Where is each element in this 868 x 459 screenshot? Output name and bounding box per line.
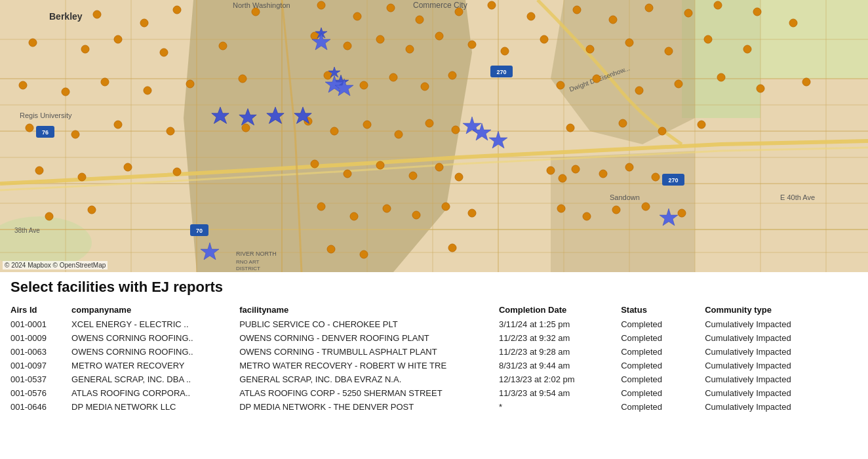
svg-point-90: [360, 81, 368, 89]
svg-point-117: [78, 173, 86, 181]
section-title: Select facilities with EJ reports: [10, 279, 858, 296]
svg-point-66: [81, 45, 89, 53]
svg-point-69: [219, 42, 227, 50]
cell-facility: OWENS CORNING - TRUMBULL ASPHALT PLANT: [239, 345, 499, 359]
cell-community: Cumulatively Impacted: [705, 386, 858, 400]
svg-point-68: [160, 49, 168, 56]
svg-point-130: [625, 163, 633, 171]
svg-point-84: [62, 88, 69, 96]
cell-date: 11/2/23 at 9:28 am: [499, 345, 621, 359]
svg-point-94: [557, 81, 564, 89]
map-attribution: © 2024 Mapbox © OpenStreetMap: [3, 261, 108, 269]
svg-point-103: [114, 121, 122, 129]
svg-point-70: [311, 32, 319, 40]
svg-point-99: [757, 85, 764, 92]
svg-point-138: [442, 203, 450, 210]
svg-point-118: [124, 163, 132, 171]
col-header-facility: facilityname: [239, 302, 499, 317]
svg-text:270: 270: [668, 177, 678, 184]
cell-facility: GENERAL SCRAP, INC. DBA EVRAZ N.A.: [239, 372, 499, 386]
cell-airsid: 001-0097: [10, 359, 71, 372]
svg-point-145: [448, 244, 456, 252]
table-row[interactable]: 001-0646 DP MEDIA NETWORK LLC DP MEDIA N…: [10, 400, 858, 414]
svg-point-147: [360, 250, 368, 258]
col-header-community: Community type: [705, 302, 858, 317]
svg-point-51: [317, 1, 325, 9]
svg-point-85: [101, 78, 109, 86]
cell-status: Completed: [621, 345, 705, 359]
cell-status: Completed: [621, 317, 705, 331]
col-header-status: Status: [621, 302, 705, 317]
svg-point-77: [540, 35, 548, 43]
svg-point-120: [311, 160, 319, 168]
svg-point-78: [586, 45, 594, 53]
svg-point-64: [789, 19, 797, 27]
svg-point-123: [409, 172, 417, 180]
svg-point-55: [455, 8, 463, 16]
svg-point-81: [704, 35, 712, 43]
svg-point-80: [665, 47, 673, 55]
svg-point-50: [252, 8, 260, 16]
svg-point-57: [527, 12, 535, 20]
svg-point-144: [678, 209, 686, 217]
table-row[interactable]: 001-0537 GENERAL SCRAP, INC. DBA .. GENE…: [10, 372, 858, 386]
svg-point-79: [625, 39, 633, 47]
table-row[interactable]: 001-0063 OWENS CORNING ROOFING.. OWENS C…: [10, 345, 858, 359]
table-row[interactable]: 001-0097 METRO WATER RECOVERY METRO WATE…: [10, 359, 858, 372]
table-row[interactable]: 001-0001 XCEL ENERGY - ELECTRIC .. PUBLI…: [10, 317, 858, 331]
svg-point-56: [488, 1, 496, 9]
cell-company: OWENS CORNING ROOFING..: [71, 345, 239, 359]
svg-text:270: 270: [496, 69, 506, 75]
svg-point-141: [583, 212, 591, 220]
svg-point-116: [35, 167, 43, 174]
svg-text:RIVER NORTH: RIVER NORTH: [236, 250, 277, 257]
cell-company: METRO WATER RECOVERY: [71, 359, 239, 372]
svg-point-82: [743, 45, 751, 53]
svg-point-65: [29, 39, 37, 47]
cell-company: DP MEDIA NETWORK LLC: [71, 400, 239, 414]
svg-point-136: [383, 205, 391, 212]
table-row[interactable]: 001-0009 OWENS CORNING ROOFING.. OWENS C…: [10, 331, 858, 345]
svg-point-71: [344, 42, 351, 50]
svg-text:70: 70: [196, 228, 203, 234]
svg-point-143: [642, 203, 650, 210]
cell-company: GENERAL SCRAP, INC. DBA ..: [71, 372, 239, 386]
svg-point-74: [435, 32, 443, 40]
svg-point-97: [675, 80, 682, 88]
cell-facility: DP MEDIA NETWORK - THE DENVER POST: [239, 400, 499, 414]
svg-point-131: [652, 173, 660, 181]
svg-point-92: [421, 83, 429, 90]
svg-point-101: [26, 124, 33, 132]
svg-point-112: [566, 124, 574, 132]
svg-point-86: [144, 87, 151, 94]
cell-status: Completed: [621, 386, 705, 400]
svg-point-61: [684, 9, 692, 17]
svg-point-119: [173, 168, 181, 176]
svg-point-75: [468, 41, 476, 49]
cell-status: Completed: [621, 359, 705, 372]
cell-date: 8/31/23 at 9:44 am: [499, 359, 621, 372]
cell-community: Cumulatively Impacted: [705, 317, 858, 331]
cell-airsid: 001-0063: [10, 345, 71, 359]
cell-airsid: 001-0009: [10, 331, 71, 345]
svg-point-126: [547, 167, 555, 174]
svg-text:E 40th Ave: E 40th Ave: [780, 193, 815, 201]
svg-point-98: [717, 73, 725, 81]
svg-point-134: [317, 203, 325, 210]
cell-airsid: 001-0576: [10, 386, 71, 400]
cell-facility: OWENS CORNING - DENVER ROOFING PLANT: [239, 331, 499, 345]
svg-point-121: [344, 170, 351, 178]
cell-airsid: 001-0646: [10, 400, 71, 414]
svg-point-142: [612, 206, 620, 214]
cell-facility: ATLAS ROOFING CORP - 5250 SHERMAN STREET: [239, 386, 499, 400]
cell-status: Completed: [621, 372, 705, 386]
svg-text:76: 76: [42, 129, 49, 136]
col-header-date: Completion Date: [499, 302, 621, 317]
svg-point-89: [324, 71, 332, 79]
svg-text:North Washington: North Washington: [233, 1, 290, 9]
cell-date: *: [499, 400, 621, 414]
svg-point-114: [658, 127, 666, 135]
map-container: 76 70 270 270 Berkley Regis University N…: [0, 0, 868, 272]
cell-company: OWENS CORNING ROOFING..: [71, 331, 239, 345]
table-row[interactable]: 001-0576 ATLAS ROOFING CORPORA.. ATLAS R…: [10, 386, 858, 400]
